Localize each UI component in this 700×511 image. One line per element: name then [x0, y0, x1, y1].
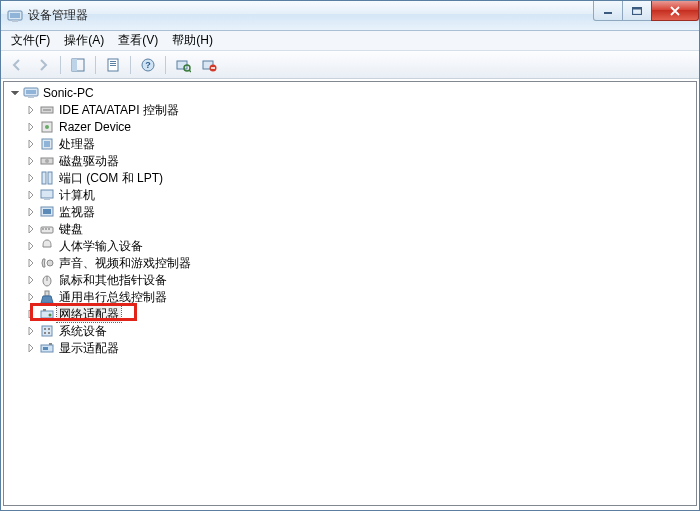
expand-icon[interactable] [24, 137, 38, 151]
svg-rect-11 [110, 65, 116, 66]
svg-rect-49 [44, 328, 46, 330]
tree-item[interactable]: 通用串行总线控制器 [6, 288, 696, 305]
category-icon [39, 221, 55, 237]
tree-item[interactable]: 监视器 [6, 203, 696, 220]
tree-root-label: Sonic-PC [41, 85, 96, 101]
tree-item-label: 网络适配器 [57, 306, 121, 322]
svg-rect-33 [41, 190, 53, 198]
toolbar-separator [60, 56, 61, 74]
tree-item[interactable]: 磁盘驱动器 [6, 152, 696, 169]
svg-rect-3 [604, 12, 612, 14]
tree-item-label: 系统设备 [57, 323, 109, 339]
svg-rect-32 [48, 172, 52, 184]
menubar: 文件(F) 操作(A) 查看(V) 帮助(H) [1, 31, 699, 51]
tree-item[interactable]: 鼠标和其他指针设备 [6, 271, 696, 288]
svg-point-41 [47, 260, 53, 266]
tree-item-label: 显示适配器 [57, 340, 121, 356]
tree-item[interactable]: 处理器 [6, 135, 696, 152]
svg-rect-46 [43, 309, 46, 311]
uninstall-button[interactable] [197, 53, 221, 77]
svg-rect-19 [211, 67, 215, 69]
tree-item[interactable]: 系统设备 [6, 322, 696, 339]
svg-rect-9 [110, 61, 116, 62]
expand-icon[interactable] [24, 239, 38, 253]
svg-line-16 [189, 70, 191, 72]
expand-icon[interactable] [24, 290, 38, 304]
category-icon [39, 170, 55, 186]
svg-rect-50 [48, 328, 50, 330]
tree-item[interactable]: 显示适配器 [6, 339, 696, 356]
computer-icon [23, 85, 39, 101]
svg-rect-1 [10, 13, 20, 18]
toolbar-separator [130, 56, 131, 74]
close-button[interactable] [651, 1, 699, 21]
category-icon [39, 238, 55, 254]
expand-icon[interactable] [24, 171, 38, 185]
scan-hardware-button[interactable] [171, 53, 195, 77]
category-icon [39, 272, 55, 288]
tree-item-label: 计算机 [57, 187, 97, 203]
toolbar-separator [95, 56, 96, 74]
menu-help[interactable]: 帮助(H) [166, 31, 219, 50]
menu-action[interactable]: 操作(A) [58, 31, 110, 50]
tree-item[interactable]: 端口 (COM 和 LPT) [6, 169, 696, 186]
category-icon [39, 323, 55, 339]
svg-rect-48 [42, 326, 52, 336]
toolbar: ? [1, 51, 699, 79]
expand-icon[interactable] [24, 103, 38, 117]
tree-item-label: 鼠标和其他指针设备 [57, 272, 169, 288]
show-hide-console-tree-button[interactable] [66, 53, 90, 77]
tree-item[interactable]: 人体学输入设备 [6, 237, 696, 254]
expand-icon[interactable] [24, 324, 38, 338]
tree-item-label: Razer Device [57, 119, 133, 135]
category-icon [39, 204, 55, 220]
tree-item-label: 通用串行总线控制器 [57, 289, 169, 305]
svg-rect-7 [72, 59, 77, 71]
svg-rect-51 [44, 332, 46, 334]
tree-item-label: 磁盘驱动器 [57, 153, 121, 169]
svg-point-26 [45, 125, 49, 129]
svg-point-47 [49, 313, 52, 316]
tree-item[interactable]: 声音、视频和游戏控制器 [6, 254, 696, 271]
expand-icon[interactable] [24, 222, 38, 236]
expand-icon[interactable] [24, 154, 38, 168]
expand-icon[interactable] [24, 273, 38, 287]
svg-rect-52 [48, 332, 50, 334]
device-tree-pane[interactable]: Sonic-PC IDE ATA/ATAPI 控制器Razer Device处理… [3, 81, 697, 506]
menu-file[interactable]: 文件(F) [5, 31, 56, 50]
svg-rect-24 [43, 109, 51, 111]
expand-icon[interactable] [24, 307, 38, 321]
tree-item[interactable]: 计算机 [6, 186, 696, 203]
category-icon [39, 153, 55, 169]
expand-icon[interactable] [24, 205, 38, 219]
category-icon [39, 119, 55, 135]
properties-button[interactable] [101, 53, 125, 77]
back-button[interactable] [5, 53, 29, 77]
svg-rect-39 [45, 228, 47, 230]
svg-rect-31 [42, 172, 46, 184]
help-button[interactable]: ? [136, 53, 160, 77]
svg-rect-36 [43, 209, 51, 214]
menu-view[interactable]: 查看(V) [112, 31, 164, 50]
expand-icon[interactable] [24, 120, 38, 134]
expand-icon[interactable] [24, 341, 38, 355]
tree-item-label: IDE ATA/ATAPI 控制器 [57, 102, 181, 118]
svg-point-30 [45, 159, 49, 163]
category-icon [39, 340, 55, 356]
tree-item[interactable]: Razer Device [6, 118, 696, 135]
maximize-button[interactable] [622, 1, 652, 21]
forward-button[interactable] [31, 53, 55, 77]
tree-item-label: 处理器 [57, 136, 97, 152]
svg-rect-2 [12, 20, 18, 22]
expand-icon[interactable] [24, 188, 38, 202]
tree-root-row[interactable]: Sonic-PC [6, 84, 696, 101]
svg-rect-5 [633, 7, 642, 9]
expand-icon[interactable] [24, 256, 38, 270]
tree-item[interactable]: 网络适配器 [6, 305, 696, 322]
tree-item[interactable]: IDE ATA/ATAPI 控制器 [6, 101, 696, 118]
tree-item[interactable]: 键盘 [6, 220, 696, 237]
minimize-button[interactable] [593, 1, 623, 21]
collapse-icon[interactable] [8, 86, 22, 100]
category-icon [39, 187, 55, 203]
tree-item-label: 声音、视频和游戏控制器 [57, 255, 193, 271]
